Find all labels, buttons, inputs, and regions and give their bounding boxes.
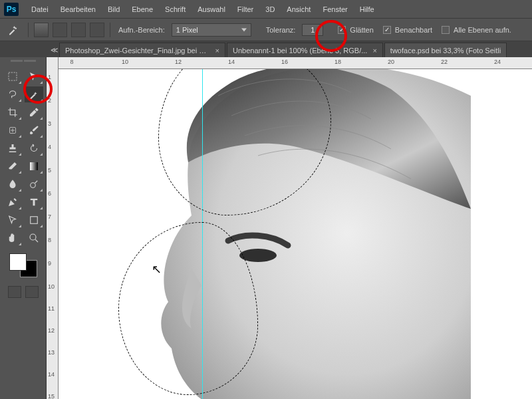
tool-dodge[interactable] (25, 176, 43, 192)
svg-point-5 (30, 234, 36, 240)
document-tab[interactable]: twoface.psd bei 33,3% (Foto Seitli (384, 43, 507, 57)
ruler-tick: 12 (48, 327, 55, 334)
selection-intersect-icon[interactable] (90, 23, 104, 37)
menu-ebene[interactable]: Ebene (126, 5, 159, 13)
close-icon[interactable]: × (215, 47, 219, 55)
all-layers-checkbox[interactable]: Alle Ebenen aufn. (439, 26, 514, 34)
menu-bild[interactable]: Bild (102, 5, 126, 13)
svg-point-3 (30, 183, 35, 188)
ruler-tick: 8 (48, 237, 51, 243)
tolerance-input[interactable] (302, 24, 323, 36)
tolerance-label: Toleranz: (263, 26, 299, 34)
tool-lasso[interactable] (3, 86, 22, 102)
all-layers-label: Alle Ebenen aufn. (454, 26, 511, 34)
canvas[interactable]: ↖ (59, 69, 532, 399)
svg-rect-4 (30, 217, 37, 224)
tool-move[interactable] (25, 68, 43, 84)
contiguous-checkbox[interactable]: Benachbart (380, 26, 435, 34)
close-icon[interactable]: × (372, 47, 376, 55)
document-tab[interactable]: Unbenannt-1 bei 100% (Ebene 3, RGB/... × (227, 43, 383, 57)
document-tab-label: twoface.psd bei 33,3% (Foto Seitli (390, 47, 501, 55)
menu-3d[interactable]: 3D (259, 5, 281, 13)
horizontal-ruler: 8 10 12 14 16 18 20 22 24 (59, 57, 532, 69)
tool-stamp[interactable] (3, 140, 22, 156)
ruler-tick: 13 (48, 349, 55, 356)
ruler-tick: 9 (48, 260, 51, 267)
tool-zoom[interactable] (25, 230, 43, 246)
tools-panel (0, 57, 47, 399)
selection-subtract-icon[interactable] (71, 23, 86, 37)
ruler-tick: 15 (48, 393, 55, 399)
checkbox-icon (383, 26, 391, 34)
tool-magic-wand[interactable] (25, 86, 43, 102)
tab-scroll-left-icon[interactable]: ≪ (50, 43, 59, 57)
menu-filter[interactable]: Filter (231, 5, 259, 13)
menubar: Ps Datei Bearbeiten Bild Ebene Schrift A… (0, 0, 532, 19)
foreground-color[interactable] (9, 253, 27, 271)
ruler-tick: 6 (48, 190, 51, 197)
tool-eyedropper[interactable] (25, 104, 43, 120)
ruler-tick: 16 (281, 59, 288, 65)
vertical-ruler: 1 2 3 4 5 6 7 8 9 10 11 12 13 14 15 (47, 57, 59, 399)
ruler-tick: 10 (122, 59, 128, 65)
ruler-tick: 20 (388, 59, 394, 65)
svg-rect-2 (30, 162, 38, 170)
ruler-tick: 7 (48, 213, 51, 220)
checkbox-icon (338, 26, 346, 34)
tool-type[interactable] (25, 194, 43, 210)
checkbox-icon (442, 26, 450, 34)
ruler-tick: 18 (334, 59, 341, 65)
selection-new-icon[interactable] (34, 23, 49, 37)
ruler-tick: 14 (48, 371, 55, 378)
tool-blur[interactable] (3, 176, 22, 192)
ruler-tick: 14 (228, 59, 235, 65)
options-bar: Aufn.-Bereich: 1 Pixel Toleranz: Glätten… (0, 19, 532, 41)
menu-auswahl[interactable]: Auswahl (192, 5, 231, 13)
antialias-label: Glätten (350, 26, 373, 34)
svg-rect-0 (9, 72, 17, 80)
tool-crop[interactable] (3, 104, 22, 120)
tool-preset-wand-icon[interactable] (4, 21, 23, 39)
document-tab-label: Unbenannt-1 bei 100% (Ebene 3, RGB/... (233, 47, 367, 55)
menu-fenster[interactable]: Fenster (317, 5, 353, 13)
document-tabbar: ≪ Photoshop_Zwei-Gesichter_Final.jpg bei… (0, 41, 532, 57)
ruler-tick: 1 (48, 74, 51, 80)
tool-history-brush[interactable] (25, 140, 43, 156)
tool-path-select[interactable] (3, 212, 22, 228)
color-swatches[interactable] (8, 252, 39, 279)
app-logo: Ps (4, 3, 19, 16)
tool-eraser[interactable] (3, 158, 22, 174)
separator (110, 23, 110, 37)
menu-datei[interactable]: Datei (25, 5, 55, 13)
menu-ansicht[interactable]: Ansicht (281, 5, 317, 13)
menu-bearbeiten[interactable]: Bearbeiten (55, 5, 102, 13)
workarea: 1 2 3 4 5 6 7 8 9 10 11 12 13 14 15 8 10… (0, 57, 532, 399)
ruler-tick: 3 (48, 120, 51, 127)
document-tab-label: Photoshop_Zwei-Gesichter_Final.jpg bei 7… (65, 47, 210, 55)
separator (28, 23, 29, 37)
canvas-viewport[interactable]: 8 10 12 14 16 18 20 22 24 (59, 57, 532, 399)
tool-marquee[interactable] (3, 68, 22, 84)
document-tab[interactable]: Photoshop_Zwei-Gesichter_Final.jpg bei 7… (59, 43, 225, 57)
tool-healing[interactable] (3, 122, 22, 138)
selection-add-icon[interactable] (53, 23, 67, 37)
antialias-checkbox[interactable]: Glätten (335, 26, 376, 34)
ruler-tick: 11 (48, 305, 55, 312)
sample-size-dropdown[interactable]: 1 Pixel (172, 23, 251, 37)
menu-schrift[interactable]: Schrift (159, 5, 192, 13)
tool-pen[interactable] (3, 194, 22, 210)
tool-brush[interactable] (25, 122, 43, 138)
sample-size-label: Aufn.-Bereich: (116, 26, 168, 34)
screenmode-toggle[interactable] (25, 286, 39, 298)
menu-hilfe[interactable]: Hilfe (354, 5, 380, 13)
ruler-tick: 4 (48, 144, 51, 150)
ruler-tick: 8 (70, 59, 73, 65)
tool-shape[interactable] (25, 212, 43, 228)
ruler-tick: 12 (175, 59, 182, 65)
tool-gradient[interactable] (25, 158, 43, 174)
tool-hand[interactable] (3, 230, 22, 246)
sample-size-value: 1 Pixel (176, 26, 198, 34)
ruler-tick: 22 (441, 59, 448, 65)
panel-grip-icon[interactable] (3, 60, 43, 65)
quickmask-toggle[interactable] (8, 286, 21, 298)
